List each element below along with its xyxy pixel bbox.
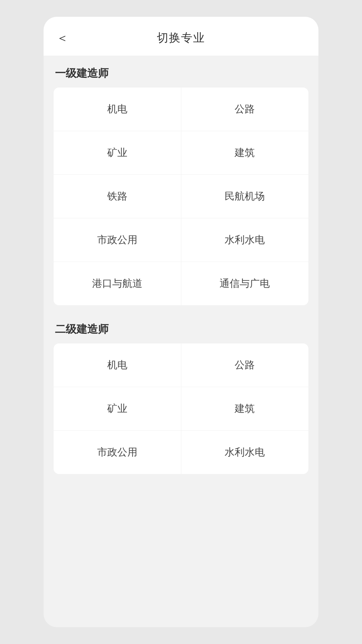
- list-item[interactable]: 水利水电: [181, 218, 309, 262]
- table-row: 机电公路: [54, 343, 308, 387]
- list-item[interactable]: 矿业: [54, 387, 181, 430]
- table-row: 矿业建筑: [54, 131, 308, 175]
- list-item[interactable]: 机电: [54, 88, 181, 131]
- section-title-level2: 二级建造师: [54, 322, 308, 337]
- header: ＜ 切换专业: [44, 17, 318, 56]
- list-item[interactable]: 矿业: [54, 131, 181, 174]
- list-item[interactable]: 港口与航道: [54, 262, 181, 305]
- list-item[interactable]: 市政公用: [54, 431, 181, 474]
- page: ＜ 切换专业 一级建造师机电公路矿业建筑铁路民航机场市政公用水利水电港口与航道通…: [44, 17, 318, 514]
- back-button[interactable]: ＜: [54, 29, 71, 47]
- list-item[interactable]: 公路: [181, 343, 309, 387]
- grid-level2: 机电公路矿业建筑市政公用水利水电: [54, 343, 308, 474]
- section-separator: [54, 315, 308, 322]
- table-row: 铁路民航机场: [54, 175, 308, 218]
- content: 一级建造师机电公路矿业建筑铁路民航机场市政公用水利水电港口与航道通信与广电二级建…: [44, 56, 318, 494]
- list-item[interactable]: 通信与广电: [181, 262, 309, 305]
- section-level1: 一级建造师机电公路矿业建筑铁路民航机场市政公用水利水电港口与航道通信与广电: [54, 66, 308, 305]
- table-row: 市政公用水利水电: [54, 218, 308, 262]
- table-row: 机电公路: [54, 88, 308, 131]
- list-item[interactable]: 水利水电: [181, 431, 309, 474]
- list-item[interactable]: 民航机场: [181, 175, 309, 218]
- table-row: 矿业建筑: [54, 387, 308, 431]
- list-item[interactable]: 机电: [54, 343, 181, 387]
- section-title-level1: 一级建造师: [54, 66, 308, 81]
- list-item[interactable]: 铁路: [54, 175, 181, 218]
- section-level2: 二级建造师机电公路矿业建筑市政公用水利水电: [54, 322, 308, 474]
- phone-container: ＜ 切换专业 一级建造师机电公路矿业建筑铁路民航机场市政公用水利水电港口与航道通…: [44, 17, 318, 627]
- grid-level1: 机电公路矿业建筑铁路民航机场市政公用水利水电港口与航道通信与广电: [54, 88, 308, 305]
- page-title: 切换专业: [157, 30, 205, 46]
- list-item[interactable]: 市政公用: [54, 218, 181, 262]
- list-item[interactable]: 建筑: [181, 131, 309, 174]
- list-item[interactable]: 建筑: [181, 387, 309, 430]
- table-row: 市政公用水利水电: [54, 431, 308, 474]
- table-row: 港口与航道通信与广电: [54, 262, 308, 305]
- list-item[interactable]: 公路: [181, 88, 309, 131]
